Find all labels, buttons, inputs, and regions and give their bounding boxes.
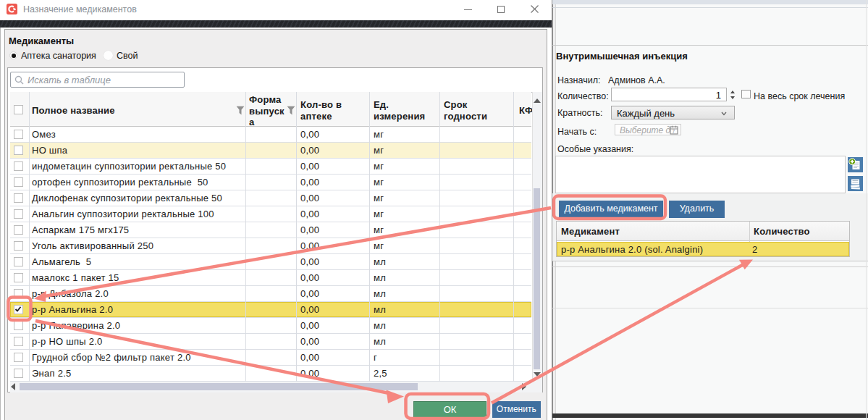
svg-text:7: 7 [672,129,675,134]
